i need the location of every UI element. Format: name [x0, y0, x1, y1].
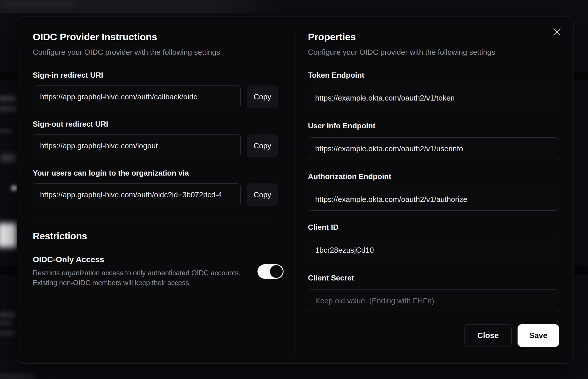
section-divider: [33, 218, 278, 218]
background-blur-fragment: [2, 1, 75, 8]
signin-redirect-label: Sign-in redirect URI: [33, 71, 278, 80]
oidc-only-access-label: OIDC-Only Access: [33, 255, 240, 264]
token-endpoint-label: Token Endpoint: [308, 71, 559, 80]
signout-redirect-input[interactable]: [33, 134, 241, 157]
properties-panel: Properties Configure your OIDC provider …: [295, 17, 573, 363]
background-blur-fragment: [0, 96, 17, 101]
background-blur-fragment: [1, 154, 16, 162]
background-blur-fragment: [0, 321, 13, 325]
background-blur-fragment: [0, 374, 35, 379]
page-background: { "colors": { "modal_background": "#0a0a…: [0, 0, 588, 379]
client-id-label: Client ID: [308, 223, 559, 232]
close-button[interactable]: Close: [464, 324, 512, 347]
oidc-settings-modal: OIDC Provider Instructions Configure you…: [17, 17, 574, 364]
properties-title: Properties: [308, 31, 559, 43]
login-url-label: Your users can login to the organization…: [33, 169, 278, 178]
toggle-knob: [270, 265, 283, 278]
signout-redirect-label: Sign-out redirect URI: [33, 120, 278, 129]
oidc-only-access-info: OIDC-Only Access Restricts organization …: [33, 255, 240, 288]
oidc-only-access-toggle[interactable]: [257, 264, 284, 279]
modal-footer: Close Save: [308, 324, 559, 347]
background-blur-fragment: [0, 312, 16, 318]
restrictions-title: Restrictions: [33, 231, 278, 242]
authorization-endpoint-group: Authorization Endpoint: [308, 172, 559, 211]
signout-redirect-group: Sign-out redirect URI Copy: [33, 120, 278, 157]
oidc-only-access-description: Restricts organization access to only au…: [33, 268, 240, 288]
token-endpoint-group: Token Endpoint: [308, 71, 559, 109]
client-id-input[interactable]: [308, 239, 559, 261]
authorization-endpoint-input[interactable]: [308, 188, 559, 211]
save-button[interactable]: Save: [518, 324, 559, 347]
login-url-input[interactable]: [33, 183, 241, 206]
instructions-title: OIDC Provider Instructions: [33, 31, 278, 43]
userinfo-endpoint-label: User Info Endpoint: [308, 121, 559, 130]
properties-subtitle: Configure your OIDC provider with the fo…: [308, 48, 559, 57]
signin-redirect-input[interactable]: [33, 85, 241, 108]
token-endpoint-input[interactable]: [308, 87, 559, 109]
instructions-panel: OIDC Provider Instructions Configure you…: [17, 17, 295, 363]
copy-login-url-button[interactable]: Copy: [247, 183, 278, 206]
oidc-only-access-row: OIDC-Only Access Restricts organization …: [33, 255, 284, 288]
client-id-group: Client ID: [308, 223, 559, 261]
background-blur-fragment: [11, 185, 17, 191]
instructions-subtitle: Configure your OIDC provider with the fo…: [33, 48, 278, 57]
userinfo-endpoint-group: User Info Endpoint: [308, 121, 559, 160]
signin-redirect-group: Sign-in redirect URI Copy: [33, 71, 278, 108]
copy-signin-button[interactable]: Copy: [247, 85, 278, 108]
client-secret-input[interactable]: [308, 289, 559, 312]
copy-signout-button[interactable]: Copy: [247, 134, 278, 157]
background-blur-fragment: [0, 130, 12, 132]
userinfo-endpoint-input[interactable]: [308, 137, 559, 160]
client-secret-label: Client Secret: [308, 274, 559, 283]
authorization-endpoint-label: Authorization Endpoint: [308, 172, 559, 181]
background-blur-fragment: [0, 331, 15, 335]
client-secret-group: Client Secret: [308, 274, 559, 312]
login-url-group: Your users can login to the organization…: [33, 169, 278, 206]
background-blur-fragment: [0, 223, 17, 247]
background-blur-fragment: [0, 107, 18, 111]
